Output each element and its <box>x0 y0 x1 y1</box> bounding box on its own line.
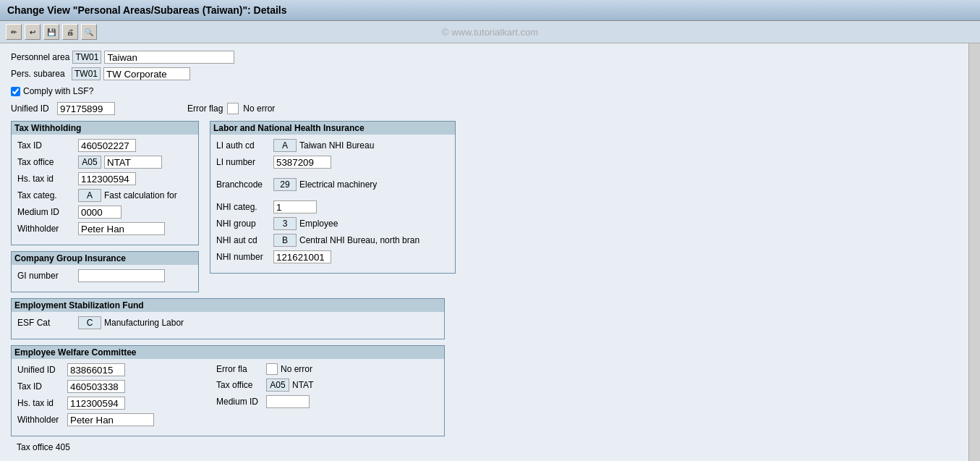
company-group-insurance-box: Company Group Insurance GI number <box>11 251 199 292</box>
tax-office-label: Tax office <box>17 157 75 167</box>
personnel-area-input[interactable] <box>104 51 234 64</box>
nhi-group-row: NHI group 3 Employee <box>216 217 449 230</box>
tax-office-405-text: Tax office 405 <box>17 442 70 452</box>
personnel-area-code: TW01 <box>72 51 101 64</box>
nhi-categ-row: NHI categ. <box>216 200 449 213</box>
ewc-unified-id-label: Unified ID <box>17 365 64 375</box>
pers-subarea-code: TW01 <box>72 67 101 80</box>
medium-id-row: Medium ID <box>17 206 192 219</box>
watermark: © www.tutorialkart.com <box>442 27 538 38</box>
gi-number-row: GI number <box>17 269 192 282</box>
medium-id-input[interactable] <box>78 206 122 219</box>
nhi-aut-cd-label: NHI aut cd <box>216 235 270 245</box>
tax-id-input[interactable] <box>78 139 136 152</box>
gi-number-input[interactable] <box>78 269 165 282</box>
personnel-area-row: Personnel area TW01 <box>11 51 969 64</box>
pers-subarea-input[interactable] <box>103 67 190 80</box>
tax-categ-label: Tax categ. <box>17 190 75 200</box>
ewc-error-fla-label: Error fla <box>216 364 263 374</box>
tax-withholding-box: Tax Withholding Tax ID Tax office A05 Hs… <box>11 121 199 245</box>
branchcode-row: Branchcode 29 Electrical machinery <box>216 178 449 191</box>
tax-office-row: Tax office A05 <box>17 156 192 169</box>
ewc-tax-office-value: NTAT <box>292 380 314 390</box>
scrollbar[interactable] <box>968 43 980 461</box>
li-number-label: LI number <box>216 157 270 167</box>
unified-id-label: Unified ID <box>11 103 54 114</box>
branchcode-label: Branchcode <box>216 179 270 190</box>
ewc-tax-id-label: Tax ID <box>17 381 64 392</box>
nhi-categ-input[interactable] <box>273 200 317 213</box>
nhi-group-code: 3 <box>273 217 297 230</box>
labor-nhi-section: Labor and National Health Insurance LI a… <box>210 121 456 298</box>
ewc-medium-id-label: Medium ID <box>216 397 263 407</box>
esf-cat-value: Manufacturing Labor <box>104 318 184 328</box>
error-flag-checkbox[interactable] <box>227 103 239 114</box>
ewc-hs-tax-id-row: Hs. tax id <box>17 397 205 410</box>
comply-lsf-area: Comply with LSF? <box>11 86 969 96</box>
hs-tax-id-input[interactable] <box>78 172 136 185</box>
ewc-unified-id-row: Unified ID <box>17 363 205 376</box>
esf-box: Employment Stabilization Fund ESF Cat C … <box>11 298 445 339</box>
ewc-fields: Unified ID Tax ID Hs. tax id Withholder <box>17 363 438 430</box>
branchcode-code: 29 <box>273 178 297 191</box>
labor-nhi-box: Labor and National Health Insurance LI a… <box>210 121 456 274</box>
li-number-row: LI number <box>216 156 449 169</box>
ewc-tax-id-input[interactable] <box>67 380 125 393</box>
main-content: Personnel area TW01 Pers. subarea TW01 C… <box>0 43 980 461</box>
nhi-aut-cd-row: NHI aut cd B Central NHI Bureau, north b… <box>216 234 449 247</box>
back-button[interactable]: ↩ <box>25 24 41 40</box>
title-bar: Change View "Personal Areas/Subareas (Ta… <box>0 0 980 21</box>
ewc-right: Error fla No error Tax office A05 NTAT M… <box>216 363 438 430</box>
nhi-number-input[interactable] <box>273 250 331 263</box>
print-button[interactable]: 🖨 <box>62 24 78 40</box>
labor-nhi-title: Labor and National Health Insurance <box>210 122 455 135</box>
tax-id-label: Tax ID <box>17 140 75 151</box>
ewc-unified-id-input[interactable] <box>67 363 125 376</box>
withholder-label: Withholder <box>17 224 75 234</box>
tax-office-code: A05 <box>78 156 101 169</box>
ewc-tax-id-row: Tax ID <box>17 380 205 393</box>
ewc-hs-tax-id-input[interactable] <box>67 397 125 410</box>
find-button[interactable]: 🔍 <box>81 24 97 40</box>
ewc-medium-id-row: Medium ID <box>216 395 438 408</box>
nhi-group-value: Employee <box>299 219 338 229</box>
withholder-input[interactable] <box>78 222 165 235</box>
ewc-error-fla-row: Error fla No error <box>216 363 438 375</box>
nhi-number-label: NHI number <box>216 252 270 262</box>
nhi-group-label: NHI group <box>216 219 270 229</box>
ewc-withholder-row: Withholder <box>17 413 205 426</box>
toolbar: ✏ ↩ 💾 🖨 🔍 © www.tutorialkart.com <box>0 21 980 43</box>
pers-subarea-label: Pers. subarea <box>11 69 69 79</box>
ewc-left: Unified ID Tax ID Hs. tax id Withholder <box>17 363 205 430</box>
nhi-categ-label: NHI categ. <box>216 202 270 212</box>
comply-lsf-checkbox[interactable] <box>11 87 20 96</box>
tax-office-input[interactable] <box>104 156 162 169</box>
tax-withholding-section: Tax Withholding Tax ID Tax office A05 Hs… <box>11 121 199 298</box>
ewc-error-fla-text: No error <box>281 364 312 374</box>
ewc-tax-office-code: A05 <box>266 378 289 392</box>
edit-button[interactable]: ✏ <box>6 24 22 40</box>
li-number-input[interactable] <box>273 156 331 169</box>
medium-id-label: Medium ID <box>17 207 75 217</box>
ewc-error-fla-checkbox[interactable] <box>266 363 278 375</box>
ewc-title: Employee Welfare Committee <box>12 346 444 359</box>
ewc-withholder-input[interactable] <box>67 413 154 426</box>
li-auth-cd-value: Taiwan NHI Bureau <box>299 140 374 151</box>
tax-id-row: Tax ID <box>17 139 192 152</box>
nhi-aut-cd-code: B <box>273 234 297 247</box>
esf-title: Employment Stabilization Fund <box>12 299 444 312</box>
li-auth-cd-label: LI auth cd <box>216 140 270 151</box>
personnel-area-label: Personnel area <box>11 52 69 62</box>
tax-categ-code: A <box>78 189 101 202</box>
ewc-box: Employee Welfare Committee Unified ID Ta… <box>11 345 445 436</box>
company-group-insurance-title: Company Group Insurance <box>12 252 198 265</box>
ewc-withholder-label: Withholder <box>17 415 64 425</box>
esf-cat-code: C <box>78 316 101 329</box>
unified-id-input[interactable] <box>57 102 115 115</box>
ewc-medium-id-input[interactable] <box>266 395 310 408</box>
withholder-row: Withholder <box>17 222 192 235</box>
save-button[interactable]: 💾 <box>43 24 59 40</box>
esf-cat-row: ESF Cat C Manufacturing Labor <box>17 316 438 329</box>
tax-categ-value: Fast calculation for <box>104 190 177 200</box>
hs-tax-id-row: Hs. tax id <box>17 172 192 185</box>
